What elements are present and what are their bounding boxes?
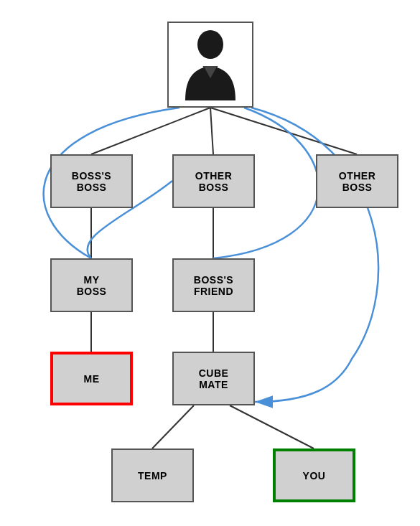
cube-mate-node: CUBE MATE xyxy=(172,352,255,405)
svg-line-8 xyxy=(230,405,314,448)
bosss-friend-node: BOSS'S FRIEND xyxy=(172,258,255,312)
svg-line-7 xyxy=(152,405,194,448)
svg-line-2 xyxy=(210,108,357,154)
me-node: ME xyxy=(50,352,133,405)
svg-point-10 xyxy=(197,30,223,59)
person-silhouette-icon xyxy=(182,29,239,100)
bosses-boss-node: BOSS'S BOSS xyxy=(50,154,133,208)
temp-node: TEMP xyxy=(111,448,194,502)
diagram-container: BOSS'S BOSS OTHER BOSS OTHER BOSS MY BOS… xyxy=(0,0,420,526)
other-boss1-node: OTHER BOSS xyxy=(172,154,255,208)
svg-line-0 xyxy=(91,108,210,154)
other-boss2-node: OTHER BOSS xyxy=(316,154,398,208)
you-node: YOU xyxy=(273,448,355,502)
my-boss-node: MY BOSS xyxy=(50,258,133,312)
svg-line-1 xyxy=(210,108,213,154)
person-node xyxy=(167,22,253,108)
